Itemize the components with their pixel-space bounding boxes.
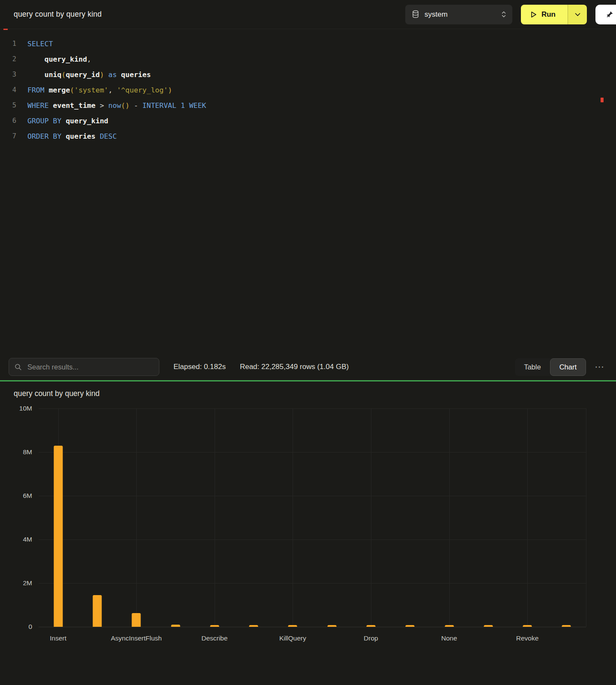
y-axis-tick: 6M [23, 492, 32, 500]
bar-Drop [366, 625, 375, 627]
view-toggle: Table Chart [515, 358, 586, 376]
pin-icon [605, 10, 614, 19]
bar-Revoke [523, 625, 532, 627]
code-text: query_kind, [27, 55, 91, 63]
code-line[interactable]: 1SELECT [0, 36, 616, 51]
bar-unlabeled [406, 625, 415, 627]
code-line[interactable]: 3 uniq(query_id) as queries [0, 67, 616, 82]
bar-AsyncInsertFlush [132, 613, 141, 627]
play-icon [530, 11, 537, 18]
x-axis-label: Revoke [516, 634, 539, 642]
line-number: 1 [0, 40, 16, 48]
results-toolbar-right: Table Chart ⋯ [515, 358, 607, 376]
chevron-down-icon [575, 13, 580, 16]
code-text: GROUP BY query_kind [27, 117, 108, 125]
line-number: 6 [0, 117, 16, 125]
line-number: 7 [0, 132, 16, 140]
tab-table[interactable]: Table [515, 359, 550, 375]
v-gridline [136, 408, 137, 627]
x-axis-label: AsyncInsertFlush [111, 634, 162, 642]
bar-unlabeled [249, 625, 258, 627]
x-axis-label: Insert [50, 634, 66, 642]
database-icon [412, 10, 419, 18]
line-number: 4 [0, 86, 16, 94]
code-line[interactable]: 5WHERE event_time > now() - INTERVAL 1 W… [0, 98, 616, 113]
h-gridline [39, 496, 586, 496]
v-gridline [293, 408, 293, 627]
code-line[interactable]: 4FROM merge('system', '^query_log') [0, 82, 616, 98]
code-text: ORDER BY queries DESC [27, 132, 117, 140]
plot-right-border [586, 408, 586, 627]
search-input[interactable] [27, 363, 153, 372]
x-axis-label: Drop [364, 634, 378, 642]
run-button-label: Run [541, 10, 556, 19]
v-gridline [449, 408, 450, 627]
chart-plot: 10M8M6M4M2M0InsertAsyncInsertFlushDescri… [39, 408, 586, 627]
h-gridline [39, 583, 586, 584]
bar-Insert [54, 446, 63, 627]
elapsed-stat: Elapsed: 0.182s [173, 363, 226, 371]
y-axis-tick: 2M [23, 579, 32, 587]
line-number: 3 [0, 71, 16, 78]
x-axis-label: KillQuery [279, 634, 306, 642]
code-text: uniq(query_id) as queries [27, 71, 151, 79]
v-gridline [527, 408, 528, 627]
run-options-button[interactable] [568, 5, 587, 24]
h-gridline [39, 452, 586, 453]
h-gridline [39, 408, 586, 409]
bar-unlabeled [327, 625, 336, 627]
topbar: query count by query kind system [0, 0, 616, 29]
tab-chart[interactable]: Chart [550, 358, 586, 376]
read-stat: Read: 22,285,349 rows (1.04 GB) [240, 363, 349, 371]
database-selector[interactable]: system [405, 5, 512, 24]
y-axis-tick: 8M [23, 448, 32, 456]
bar-unlabeled [171, 625, 180, 627]
code-line[interactable]: 6GROUP BY query_kind [0, 113, 616, 128]
chart-title: query count by query kind [14, 389, 616, 398]
v-gridline [371, 408, 371, 627]
h-gridline [39, 627, 586, 627]
run-button-group: Run [521, 5, 587, 24]
bar-unlabeled [93, 595, 102, 627]
y-axis-tick: 10M [19, 405, 32, 412]
more-options-icon[interactable]: ⋯ [591, 362, 607, 372]
line-number: 2 [0, 55, 16, 63]
v-gridline [215, 408, 215, 627]
y-axis-tick: 4M [23, 536, 32, 543]
search-icon [15, 363, 22, 371]
error-marker-gutter [3, 29, 8, 30]
code-line[interactable]: 2 query_kind, [0, 51, 616, 67]
search-results-box[interactable] [9, 358, 159, 376]
error-marker-scrollbar [601, 98, 604, 102]
line-number: 5 [0, 101, 16, 109]
bar-Describe [210, 625, 219, 627]
bar-unlabeled [562, 625, 571, 627]
code-line[interactable]: 7ORDER BY queries DESC [0, 128, 616, 144]
x-axis-label: Describe [201, 634, 227, 642]
topbar-actions: system Run [405, 5, 616, 24]
database-selector-value: system [425, 10, 496, 19]
run-button[interactable]: Run [521, 5, 568, 24]
code-lines: 1SELECT2 query_kind,3 uniq(query_id) as … [0, 36, 616, 144]
results-toolbar: Elapsed: 0.182s Read: 22,285,349 rows (1… [0, 354, 616, 380]
query-title: query count by query kind [14, 10, 102, 19]
bar-unlabeled [484, 625, 493, 627]
h-gridline [39, 539, 586, 540]
bar-None [445, 625, 454, 627]
x-axis-label: None [441, 634, 457, 642]
code-text: FROM merge('system', '^query_log') [27, 86, 172, 94]
side-panel-button[interactable] [595, 5, 616, 24]
code-text: WHERE event_time > now() - INTERVAL 1 WE… [27, 101, 206, 110]
bar-KillQuery [288, 625, 297, 627]
chart-panel: query count by query kind 10M8M6M4M2M0In… [0, 381, 616, 627]
y-axis-tick: 0 [28, 623, 32, 631]
chevron-updown-icon [501, 10, 506, 18]
code-text: SELECT [27, 40, 53, 48]
sql-editor[interactable]: 1SELECT2 query_kind,3 uniq(query_id) as … [0, 29, 616, 354]
